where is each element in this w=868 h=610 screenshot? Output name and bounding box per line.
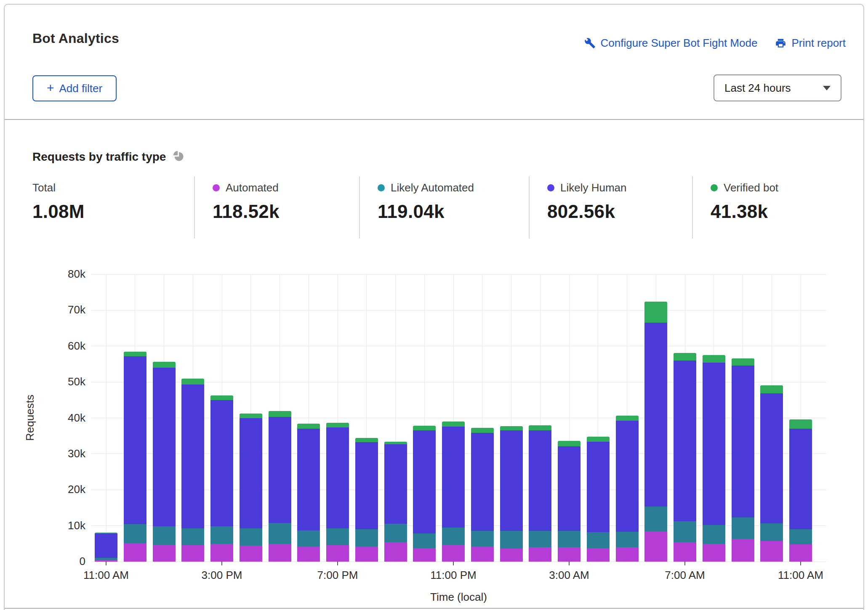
bar-8-00-pm[interactable] xyxy=(355,438,378,562)
time-range-value: Last 24 hours xyxy=(724,82,791,95)
print-report-link[interactable]: Print report xyxy=(775,37,846,50)
bar-segment-likely-automated xyxy=(674,521,696,542)
bar-10-00-pm[interactable] xyxy=(413,426,436,562)
y-tick-label: 60k xyxy=(52,339,85,353)
bar-segment-likely-automated xyxy=(95,558,117,560)
bar-segment-likely-automated xyxy=(384,524,407,542)
bar-segment-likely-automated xyxy=(326,528,349,545)
bar-1-00-pm[interactable] xyxy=(153,362,176,562)
bar-7-00-pm[interactable] xyxy=(326,423,349,562)
stat-value: 802.56k xyxy=(547,201,692,222)
bar-segment-likely-human xyxy=(240,418,262,528)
bar-9-00-pm[interactable] xyxy=(384,442,407,562)
y-tick-label: 80k xyxy=(52,268,85,281)
x-tick xyxy=(106,562,107,565)
stat-item-likely-human: Likely Human802.56k xyxy=(529,176,692,239)
stat-label: Likely Human xyxy=(547,181,692,194)
bar-9-00-am[interactable] xyxy=(732,358,754,562)
bar-segment-automated xyxy=(240,546,262,562)
bar-segment-likely-automated xyxy=(210,526,233,544)
bar-segment-likely-human xyxy=(674,361,696,521)
bar-11-00-pm[interactable] xyxy=(442,422,465,562)
bar-segment-likely-automated xyxy=(760,523,783,541)
y-gridline xyxy=(91,346,826,346)
bar-segment-likely-human xyxy=(181,385,204,528)
bar-segment-likely-automated xyxy=(124,524,146,543)
header-links: Configure Super Bot Fight Mode Print rep… xyxy=(584,37,846,50)
stat-item-automated: Automated118.52k xyxy=(194,176,359,239)
bar-segment-verified-bot xyxy=(181,379,204,385)
bar-segment-automated xyxy=(355,546,378,562)
bar-5-00-am[interactable] xyxy=(616,416,639,562)
bar-8-00-am[interactable] xyxy=(703,355,725,562)
add-filter-button[interactable]: + Add filter xyxy=(32,75,117,101)
y-tick-label: 20k xyxy=(52,483,85,496)
bar-4-00-am[interactable] xyxy=(587,437,610,562)
y-tick-label: 70k xyxy=(52,303,85,316)
bar-segment-automated xyxy=(587,548,610,562)
bar-segment-likely-human xyxy=(269,417,291,523)
bar-segment-likely-automated xyxy=(269,523,291,544)
bar-segment-automated xyxy=(703,544,725,562)
x-gridline xyxy=(106,274,107,562)
legend-dot-icon xyxy=(378,184,385,191)
bar-12-00-am[interactable] xyxy=(471,428,494,562)
bar-1-00-am[interactable] xyxy=(500,426,523,562)
stat-label-text: Automated xyxy=(226,181,279,194)
y-tick-label: 0 xyxy=(52,555,85,568)
wrench-icon xyxy=(584,37,596,49)
bar-segment-verified-bot xyxy=(760,385,783,393)
bar-segment-likely-automated xyxy=(732,517,754,539)
bar-segment-automated xyxy=(413,548,436,562)
bar-segment-verified-bot xyxy=(471,428,494,433)
time-range-dropdown[interactable]: Last 24 hours xyxy=(714,74,841,101)
bar-segment-likely-automated xyxy=(703,525,725,544)
bar-segment-likely-automated xyxy=(153,526,176,545)
pie-chart-icon[interactable] xyxy=(173,150,184,164)
bar-10-00-am[interactable] xyxy=(760,385,783,562)
bar-segment-verified-bot xyxy=(703,355,725,363)
bar-segment-likely-human xyxy=(124,356,146,525)
bar-segment-likely-human xyxy=(616,421,639,532)
bar-3-00-am[interactable] xyxy=(558,441,580,562)
bar-3-00-pm[interactable] xyxy=(210,395,233,562)
add-filter-label: Add filter xyxy=(59,82,102,95)
stat-value: 41.38k xyxy=(711,201,778,222)
bar-segment-verified-bot xyxy=(326,423,349,427)
bar-11-00-am[interactable] xyxy=(789,419,812,562)
bar-segment-verified-bot xyxy=(442,422,465,427)
bottom-divider xyxy=(5,608,863,609)
bar-segment-likely-human xyxy=(95,533,117,558)
x-tick xyxy=(337,562,338,565)
bar-segment-automated xyxy=(616,547,639,562)
bar-segment-automated xyxy=(269,544,291,562)
bar-segment-verified-bot xyxy=(355,438,378,442)
bar-7-00-am[interactable] xyxy=(674,353,696,562)
bar-6-00-pm[interactable] xyxy=(297,424,320,562)
bar-12-00-pm[interactable] xyxy=(124,352,146,562)
bar-5-00-pm[interactable] xyxy=(269,411,291,562)
printer-icon xyxy=(775,37,786,49)
y-tick-label: 40k xyxy=(52,411,85,424)
stat-label: Total xyxy=(32,181,194,194)
bar-6-00-am[interactable] xyxy=(644,302,667,562)
bar-4-00-pm[interactable] xyxy=(240,414,262,562)
x-tick-label: 11:00 PM xyxy=(411,569,495,582)
bar-segment-automated xyxy=(644,531,667,562)
y-tick-label: 10k xyxy=(52,519,85,532)
configure-super-bot-fight-mode-link[interactable]: Configure Super Bot Fight Mode xyxy=(584,37,758,50)
bot-analytics-card: Bot Analytics Configure Super Bot Fight … xyxy=(4,4,864,610)
bar-segment-likely-human xyxy=(326,427,349,528)
plus-icon: + xyxy=(47,81,54,95)
bar-11-00-am[interactable] xyxy=(95,533,117,562)
bar-2-00-pm[interactable] xyxy=(181,379,204,562)
stat-label: Automated xyxy=(213,181,359,194)
stat-label-text: Verified bot xyxy=(724,181,778,194)
bar-segment-likely-automated xyxy=(471,531,494,547)
bar-segment-verified-bot xyxy=(269,411,291,417)
bar-segment-likely-automated xyxy=(587,532,610,548)
bar-segment-automated xyxy=(529,547,551,562)
bar-segment-verified-bot xyxy=(616,416,639,421)
section-title-row: Requests by traffic type xyxy=(32,150,184,164)
bar-2-00-am[interactable] xyxy=(529,425,551,562)
